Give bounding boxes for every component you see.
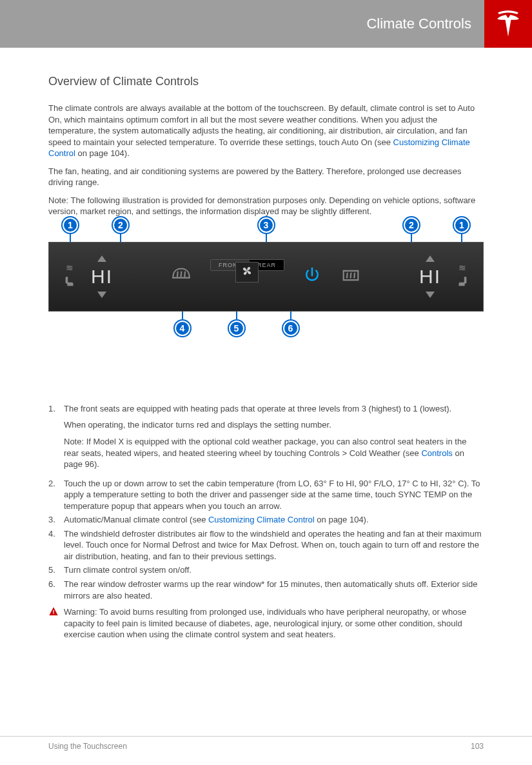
link-controls[interactable]: Controls <box>421 448 452 458</box>
list-num-3: 3. <box>48 514 64 526</box>
callout-6: 6 <box>283 321 299 336</box>
climate-bar-illustration: ≋ HI FRONT REAR <box>48 242 484 312</box>
item5-text: Turn climate control system on/off. <box>64 564 484 576</box>
temp-left-value: HI <box>91 266 113 288</box>
footer-left: Using the Touchscreen <box>48 742 127 751</box>
intro-paragraph-3: Note: The following illustration is prov… <box>48 195 484 217</box>
item1-sub2: Note: If Model X is equipped with the op… <box>64 436 484 470</box>
svg-rect-1 <box>53 613 54 614</box>
list-num-2: 2. <box>48 478 64 512</box>
climate-mode-selector: FRONT REAR <box>210 259 284 294</box>
climate-illustration: 1 2 3 2 1 <box>48 242 484 377</box>
callout-2-left: 2 <box>113 217 128 233</box>
fan-icon <box>240 264 254 278</box>
callout-1-left: 1 <box>63 217 78 233</box>
temp-control-left: HI <box>83 255 121 298</box>
footer-page-number: 103 <box>471 742 484 751</box>
callout-1-right: 1 <box>454 217 469 233</box>
callout-4: 4 <box>175 321 190 336</box>
tesla-logo-icon <box>494 10 522 38</box>
item1-sub1: When operating, the indicator turns red … <box>64 419 484 431</box>
seat-heater-left-icon: ≋ <box>57 265 83 288</box>
temp-up-right-icon <box>426 255 435 262</box>
item3-body: Automatic/Manual climate control (see Cu… <box>64 514 484 526</box>
page-footer: Using the Touchscreen 103 <box>0 736 532 751</box>
section-heading: Overview of Climate Controls <box>48 75 484 88</box>
callout-2-right: 2 <box>404 217 419 233</box>
windshield-defrost-icon <box>170 263 192 290</box>
callout-3: 3 <box>259 217 274 233</box>
temp-control-right: HI <box>411 255 449 298</box>
list-num-1: 1. <box>48 403 64 475</box>
list-item-1: 1. The front seats are equipped with hea… <box>48 403 484 475</box>
content-area: Overview of Climate Controls The climate… <box>0 48 532 641</box>
warning-text: Warning: To avoid burns resulting from p… <box>64 606 484 641</box>
seat-heater-right-icon: ≋ <box>449 265 475 288</box>
list-item-2: 2. Touch the up or down arrow to set the… <box>48 478 484 512</box>
rear-defrost-icon <box>340 264 362 289</box>
power-icon <box>302 266 322 288</box>
page-title: Climate Controls <box>0 0 484 48</box>
warning-icon <box>48 606 64 641</box>
tesla-logo <box>484 0 532 48</box>
item4-text: The windshield defroster distributes air… <box>64 528 484 562</box>
intro-text-1b: on page 104). <box>75 148 130 158</box>
link-customizing-climate-2[interactable]: Customizing Climate Control <box>208 515 315 524</box>
item1-sub2a: Note: If Model X is equipped with the op… <box>64 437 466 458</box>
temp-up-left-icon <box>97 255 106 262</box>
list-item-3: 3. Automatic/Manual climate control (see… <box>48 514 484 526</box>
list-num-6: 6. <box>48 579 64 601</box>
temp-down-left-icon <box>97 292 106 298</box>
intro-paragraph-1: The climate controls are always availabl… <box>48 103 484 159</box>
list-item-6: 6. The rear window defroster warms up th… <box>48 579 484 601</box>
warning-block: Warning: To avoid burns resulting from p… <box>48 606 484 641</box>
numbered-list: 1. The front seats are equipped with hea… <box>48 403 484 601</box>
item3-text-a: Automatic/Manual climate control (see <box>64 515 208 524</box>
item1-main: The front seats are equipped with heatin… <box>64 403 484 415</box>
temp-down-right-icon <box>426 292 435 298</box>
item6-text: The rear window defroster warms up the r… <box>64 579 484 601</box>
page-header: Climate Controls <box>0 0 532 48</box>
list-item-5: 5. Turn climate control system on/off. <box>48 564 484 576</box>
intro-paragraph-2: The fan, heating, and air conditioning s… <box>48 166 484 188</box>
temp-right-value: HI <box>419 266 441 288</box>
item3-text-b: on page 104). <box>315 515 369 524</box>
list-num-4: 4. <box>48 528 64 562</box>
list-item-4: 4. The windshield defroster distributes … <box>48 528 484 562</box>
list-num-5: 5. <box>48 564 64 576</box>
item2-text: Touch the up or down arrow to set the ca… <box>64 478 484 512</box>
callout-5: 5 <box>229 321 244 336</box>
svg-rect-0 <box>53 610 54 613</box>
